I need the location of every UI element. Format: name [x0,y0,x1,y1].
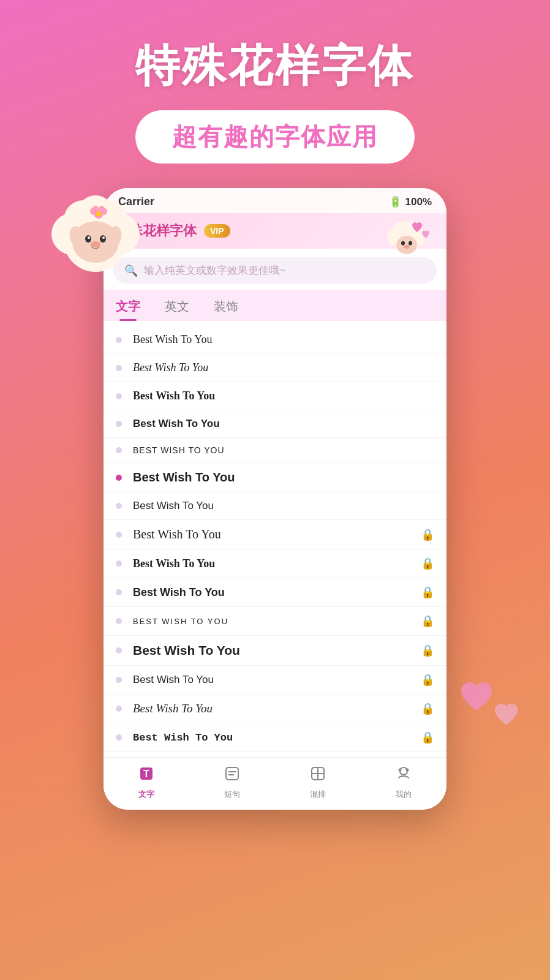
font-dot [116,706,122,712]
font-text: Best Wish To You [133,643,421,658]
font-item[interactable]: Best Wish To You🔒 [104,549,446,578]
svg-point-37 [400,767,407,775]
font-item[interactable]: Best Wish To You🔒 [104,520,446,549]
font-text: Best Wish To You [133,361,434,374]
svg-point-10 [102,236,105,239]
nav-icon: T [138,765,155,786]
nav-label: 混排 [310,789,326,800]
lock-icon: 🔒 [421,528,434,541]
lock-icon: 🔒 [421,702,434,715]
lock-icon: 🔒 [421,557,434,570]
font-item[interactable]: Best Wish To You🔒 [104,666,446,695]
font-dot [116,589,122,595]
font-dot [116,365,122,371]
font-dot [116,447,122,453]
font-item[interactable]: Best Wish To You🔒 [104,578,446,607]
font-text: Best Wish To You [133,527,421,541]
tab-bar: 文字 英文 装饰 [104,290,446,321]
phone-area: Carrier 🔋 100% 特殊花样字体 VIP [0,188,550,810]
font-item[interactable]: Best Wish To You [104,492,446,520]
font-dot [116,677,122,683]
font-dot [116,421,122,427]
tab-yingwen[interactable]: 英文 [165,298,189,321]
bottom-nav: T文字短句混排我的 [104,757,446,810]
font-item[interactable]: BEST WISH TO YOU [104,438,446,463]
svg-text:T: T [143,769,149,779]
font-list: Best Wish To YouBest Wish To YouBest Wis… [104,321,446,757]
svg-point-7 [85,235,91,243]
font-text: BEST WISH TO YOU [133,445,434,455]
nav-label: 短句 [224,789,240,800]
svg-rect-31 [226,767,238,780]
font-item[interactable]: Best Wish To You [104,326,446,354]
svg-point-9 [88,236,90,239]
nav-item-混排[interactable]: 混排 [275,765,361,800]
subtitle-text: 超有趣的字体应用 [172,123,378,150]
font-item[interactable]: Best Wish To You🔒 [104,695,446,723]
font-text: Best Wish To You [133,500,434,512]
vip-badge: VIP [204,224,230,238]
font-item[interactable]: Best Wish To You [104,382,446,410]
font-dot [116,475,122,481]
battery-label: 100% [405,196,432,208]
font-dot [116,560,122,567]
font-text: Best Wish To You [133,702,421,715]
font-text: BEST WISH TO YOU [133,617,421,626]
lock-icon: 🔒 [421,614,434,628]
font-text: Best Wish To You [133,390,434,402]
search-placeholder-text: 输入纯英文或数字效果更佳哦~ [144,263,285,277]
svg-point-39 [406,769,409,772]
font-text: Best Wish To You [133,557,421,570]
svg-point-38 [399,769,402,772]
font-item[interactable]: Best Wish To You [104,463,446,492]
sheep-decoration [34,170,157,292]
lock-icon: 🔒 [421,586,434,599]
svg-point-8 [100,235,106,243]
svg-point-28 [404,245,410,249]
font-text: Best Wish To You [133,674,421,686]
lock-icon: 🔒 [421,673,434,687]
font-dot [116,532,122,538]
font-text: Best Wish To You [133,333,434,346]
font-item[interactable]: Best Wish To You🔒 [104,636,446,666]
tab-wenzi[interactable]: 文字 [116,298,140,321]
nav-icon [395,765,412,786]
lock-icon: 🔒 [421,644,434,657]
tab-zhuangshi[interactable]: 装饰 [214,298,238,321]
hearts-decoration [458,666,532,748]
nav-label: 我的 [396,789,412,800]
battery-icon: 🔋 [389,195,402,208]
font-item[interactable]: Best Wish To You🔒 [104,723,446,752]
font-text: Best Wish To You [133,732,421,744]
svg-point-18 [92,206,99,212]
font-text: Best Wish To You [133,418,434,430]
subtitle-card: 超有趣的字体应用 [135,110,415,164]
font-item[interactable]: Best Wish To You [104,410,446,438]
page-title: 特殊花样字体 [0,37,550,96]
font-dot [116,337,122,343]
nav-item-短句[interactable]: 短句 [189,765,275,800]
lock-icon: 🔒 [421,731,434,744]
font-dot [116,734,122,741]
nav-item-文字[interactable]: T文字 [104,765,189,800]
font-text: Best Wish To You [133,586,421,599]
font-dot [116,503,122,509]
font-dot [116,393,122,399]
font-item[interactable]: Best Wish To You [104,354,446,382]
svg-point-27 [409,241,412,246]
nav-item-我的[interactable]: 我的 [361,765,446,800]
app-header-sheep [379,214,434,266]
page-header: 特殊花样字体 超有趣的字体应用 [0,0,550,176]
nav-icon [309,765,326,786]
nav-label: 文字 [138,789,154,800]
font-text: Best Wish To You [133,470,434,484]
font-dot [116,618,122,624]
svg-point-19 [99,206,105,212]
nav-icon [224,765,241,786]
font-dot [116,647,122,654]
status-right: 🔋 100% [389,195,432,208]
svg-point-26 [401,241,405,246]
font-item[interactable]: BEST WISH TO YOU🔒 [104,607,446,636]
